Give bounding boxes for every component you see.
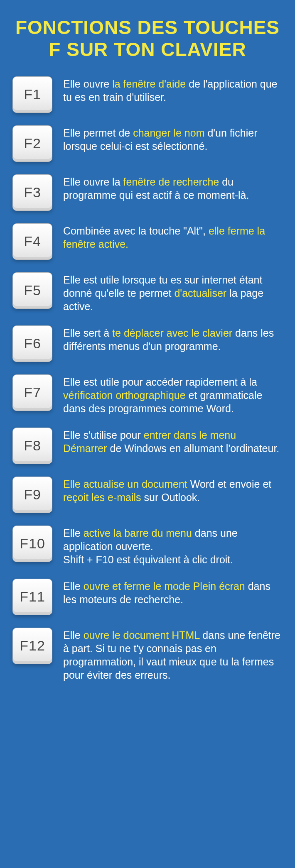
keyboard-key: F2 (12, 125, 52, 162)
key-row: F10Elle active la barre du menu dans une… (12, 526, 283, 566)
key-description: Elle est utile pour accéder rapidement à… (63, 374, 283, 415)
key-description: Elle s'utilise pour entrer dans le menu … (63, 428, 283, 455)
key-description: Combinée avec la touche "Alt", elle ferm… (63, 223, 283, 251)
highlight-text: Elle actualise un document (63, 478, 187, 490)
keyboard-key: F10 (12, 526, 52, 562)
description-text: Combinée avec la touche "Alt", (63, 225, 209, 237)
key-list: F1Elle ouvre la fenêtre d'aide de l'appl… (12, 76, 283, 682)
description-text: Shift + F10 est équivalent à clic droit. (63, 554, 233, 565)
key-description: Elle actualise un document Word et envoi… (63, 477, 283, 504)
key-row: F5Elle est utile lorsque tu es sur inter… (12, 272, 283, 313)
key-row: F6Elle sert à te déplacer avec le clavie… (12, 325, 283, 362)
keyboard-key-label: F5 (24, 282, 41, 298)
key-row: F3Elle ouvre la fenêtre de recherche du … (12, 174, 283, 211)
key-description: Elle ouvre et ferme le mode Plein écran … (63, 579, 283, 606)
keyboard-key: F5 (12, 272, 52, 309)
keyboard-key-label: F9 (24, 487, 41, 503)
keyboard-key-label: F7 (24, 384, 41, 401)
keyboard-key: F6 (12, 325, 52, 362)
key-row: F1Elle ouvre la fenêtre d'aide de l'appl… (12, 76, 283, 113)
description-text: Elle (63, 629, 84, 641)
key-row: F12Elle ouvre le document HTML dans une … (12, 628, 283, 682)
description-text: Elle sert à (63, 327, 112, 339)
keyboard-key-label: F11 (20, 589, 45, 605)
keyboard-key-label: F3 (24, 184, 41, 200)
key-description: Elle sert à te déplacer avec le clavier … (63, 325, 283, 353)
keyboard-key-label: F2 (24, 135, 41, 152)
description-text: Elle (63, 527, 84, 539)
keyboard-key-label: F12 (20, 638, 45, 654)
key-description: Elle active la barre du menu dans une ap… (63, 526, 283, 566)
highlight-text: active la barre du menu (84, 527, 192, 539)
description-text: Elle (63, 580, 84, 592)
keyboard-key-label: F8 (24, 438, 41, 454)
description-text: Word et envoie et (187, 478, 271, 490)
key-row: F11Elle ouvre et ferme le mode Plein écr… (12, 579, 283, 615)
key-description: Elle ouvre la fenêtre d'aide de l'applic… (63, 76, 283, 104)
keyboard-key: F11 (12, 579, 52, 615)
highlight-text: vérification orthographique (63, 389, 186, 401)
description-text: Elle ouvre (63, 78, 112, 90)
highlight-text: d'actualiser (174, 287, 226, 299)
keyboard-key-label: F1 (24, 86, 41, 103)
description-text: sur Outlook. (141, 491, 200, 503)
highlight-text: ouvre le document HTML (84, 629, 200, 641)
keyboard-key: F8 (12, 428, 52, 464)
keyboard-key-label: F6 (24, 335, 41, 352)
key-description: Elle ouvre le document HTML dans une fen… (63, 628, 283, 682)
description-text: Elle permet de (63, 127, 133, 139)
highlight-text: changer le nom (133, 127, 204, 139)
description-text: de Windows en allumant l'ordinateur. (107, 443, 280, 454)
keyboard-key: F1 (12, 76, 52, 113)
description-text: Elle s'utilise pour (63, 429, 144, 441)
page-title: FONCTIONS DES TOUCHES F SUR TON CLAVIER (12, 17, 283, 61)
key-row: F8Elle s'utilise pour entrer dans le men… (12, 428, 283, 464)
highlight-text: reçoit les e-mails (63, 491, 141, 503)
description-text: Elle ouvre la (63, 176, 123, 188)
highlight-text: la fenêtre d'aide (112, 78, 186, 90)
keyboard-key: F4 (12, 223, 52, 260)
key-row: F7Elle est utile pour accéder rapidement… (12, 374, 283, 415)
highlight-text: fenêtre de recherche (123, 176, 219, 188)
key-description: Elle est utile lorsque tu es sur interne… (63, 272, 283, 313)
key-row: F9Elle actualise un document Word et env… (12, 477, 283, 513)
key-row: F2Elle permet de changer le nom d'un fic… (12, 125, 283, 162)
highlight-text: te déplacer avec le clavier (112, 327, 232, 339)
keyboard-key-label: F10 (20, 535, 45, 552)
keyboard-key: F7 (12, 374, 52, 411)
highlight-text: ouvre et ferme le mode Plein écran (84, 580, 245, 592)
description-text: Elle est utile pour accéder rapidement à… (63, 376, 257, 388)
keyboard-key: F9 (12, 477, 52, 513)
key-row: F4Combinée avec la touche "Alt", elle fe… (12, 223, 283, 260)
key-description: Elle permet de changer le nom d'un fichi… (63, 125, 283, 153)
keyboard-key-label: F4 (24, 233, 41, 249)
keyboard-key: F12 (12, 628, 52, 664)
keyboard-key: F3 (12, 174, 52, 211)
key-description: Elle ouvre la fenêtre de recherche du pr… (63, 174, 283, 202)
